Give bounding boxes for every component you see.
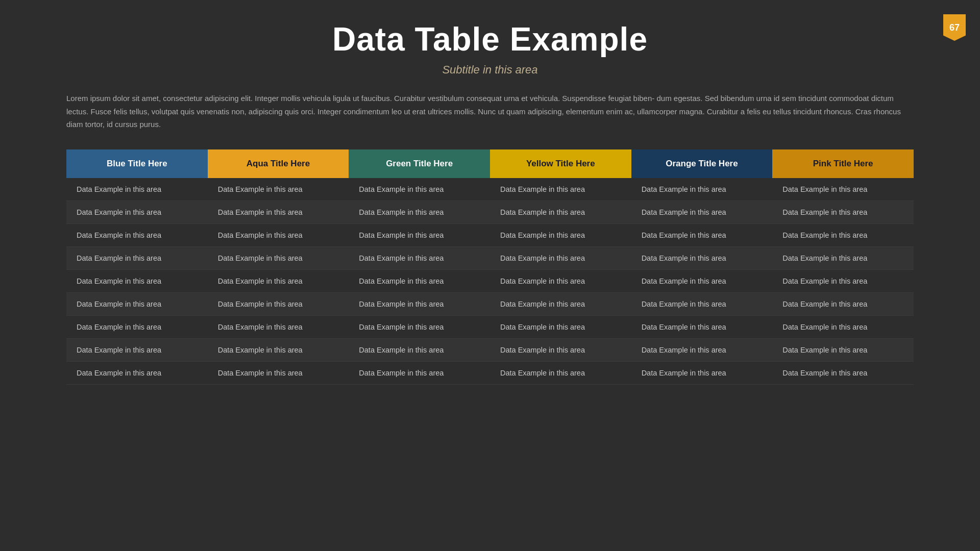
table-cell: Data Example in this area [631,292,773,315]
table-cell: Data Example in this area [208,338,349,361]
table-cell: Data Example in this area [349,315,490,338]
table-cell: Data Example in this area [208,178,349,201]
table-cell: Data Example in this area [631,269,773,292]
table-cell: Data Example in this area [772,361,914,384]
table-cell: Data Example in this area [66,246,208,269]
table-cell: Data Example in this area [631,315,773,338]
table-row: Data Example in this areaData Example in… [66,315,914,338]
table-cell: Data Example in this area [66,269,208,292]
table-cell: Data Example in this area [66,223,208,246]
table-cell: Data Example in this area [349,292,490,315]
table-cell: Data Example in this area [631,338,773,361]
data-table: Blue Title Here Aqua Title Here Green Ti… [66,149,914,385]
table-row: Data Example in this areaData Example in… [66,223,914,246]
col-header-blue: Blue Title Here [66,149,208,178]
header-row: Blue Title Here Aqua Title Here Green Ti… [66,149,914,178]
table-cell: Data Example in this area [349,269,490,292]
table-body: Data Example in this areaData Example in… [66,178,914,385]
body-text: Lorem ipsum dolor sit amet, consectetur … [66,92,914,131]
table-cell: Data Example in this area [349,361,490,384]
table-row: Data Example in this areaData Example in… [66,292,914,315]
table-cell: Data Example in this area [772,338,914,361]
table-cell: Data Example in this area [772,315,914,338]
table-cell: Data Example in this area [490,292,631,315]
table-cell: Data Example in this area [208,269,349,292]
header: Data Table Example Subtitle in this area [66,20,914,77]
page-number-badge: 67 [943,14,966,41]
col-header-orange: Orange Title Here [631,149,773,178]
table-cell: Data Example in this area [349,178,490,201]
table-cell: Data Example in this area [208,201,349,223]
table-cell: Data Example in this area [490,178,631,201]
col-header-yellow: Yellow Title Here [490,149,631,178]
table-header: Blue Title Here Aqua Title Here Green Ti… [66,149,914,178]
table-cell: Data Example in this area [631,361,773,384]
table-cell: Data Example in this area [772,292,914,315]
table-cell: Data Example in this area [631,178,773,201]
table-cell: Data Example in this area [66,315,208,338]
table-row: Data Example in this areaData Example in… [66,338,914,361]
table-cell: Data Example in this area [772,223,914,246]
table-cell: Data Example in this area [208,223,349,246]
table-cell: Data Example in this area [490,361,631,384]
col-header-green: Green Title Here [349,149,490,178]
table-cell: Data Example in this area [490,315,631,338]
table-cell: Data Example in this area [772,269,914,292]
col-header-aqua: Aqua Title Here [208,149,349,178]
table-cell: Data Example in this area [208,292,349,315]
table-cell: Data Example in this area [208,246,349,269]
table-cell: Data Example in this area [349,201,490,223]
table-cell: Data Example in this area [66,201,208,223]
table-cell: Data Example in this area [631,246,773,269]
table-cell: Data Example in this area [490,201,631,223]
table-cell: Data Example in this area [349,246,490,269]
table-cell: Data Example in this area [772,201,914,223]
table-cell: Data Example in this area [349,338,490,361]
table-cell: Data Example in this area [66,292,208,315]
table-cell: Data Example in this area [772,178,914,201]
table-row: Data Example in this areaData Example in… [66,361,914,384]
page-number: 67 [949,22,960,33]
table-cell: Data Example in this area [208,361,349,384]
table-row: Data Example in this areaData Example in… [66,178,914,201]
col-header-pink: Pink Title Here [772,149,914,178]
table-row: Data Example in this areaData Example in… [66,201,914,223]
page-container: 67 Data Table Example Subtitle in this a… [0,0,980,551]
table-row: Data Example in this areaData Example in… [66,246,914,269]
table-cell: Data Example in this area [66,178,208,201]
table-cell: Data Example in this area [490,223,631,246]
table-cell: Data Example in this area [490,338,631,361]
table-cell: Data Example in this area [66,338,208,361]
table-cell: Data Example in this area [490,269,631,292]
table-cell: Data Example in this area [66,361,208,384]
table-row: Data Example in this areaData Example in… [66,269,914,292]
page-subtitle: Subtitle in this area [66,63,914,77]
page-title: Data Table Example [66,20,914,58]
table-cell: Data Example in this area [772,246,914,269]
table-cell: Data Example in this area [490,246,631,269]
table-cell: Data Example in this area [349,223,490,246]
table-cell: Data Example in this area [631,223,773,246]
table-cell: Data Example in this area [631,201,773,223]
table-cell: Data Example in this area [208,315,349,338]
